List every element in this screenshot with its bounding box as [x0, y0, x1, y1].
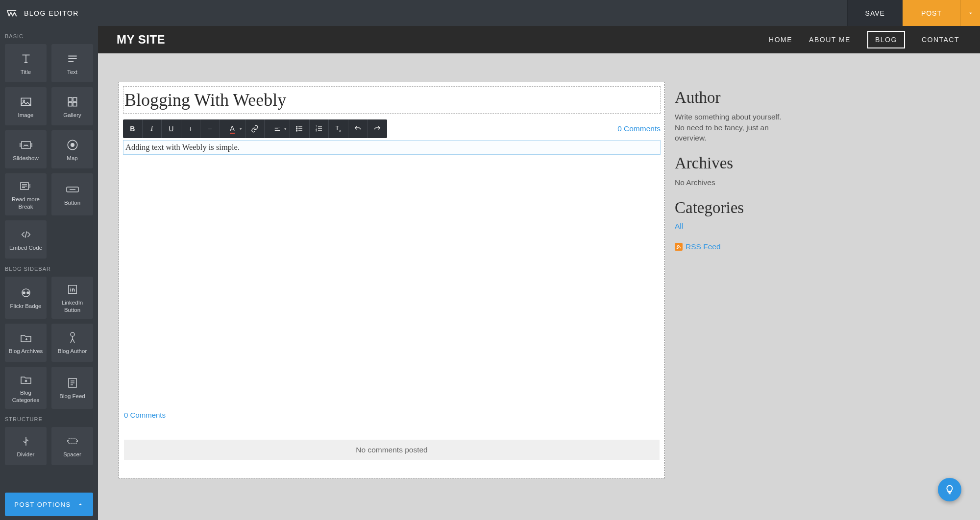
tile-blog-author[interactable]: Blog Author: [51, 324, 93, 362]
chevron-down-icon: [967, 10, 974, 17]
tile-title[interactable]: Title: [5, 44, 47, 82]
svg-rect-2: [68, 97, 72, 101]
blog-post-area[interactable]: Blogging With Weebly B I U + − A▾ ▾: [119, 82, 665, 478]
tile-button[interactable]: Button: [51, 173, 93, 215]
svg-point-24: [677, 248, 678, 249]
tile-embed-code[interactable]: Embed Code: [5, 220, 47, 259]
svg-rect-3: [73, 97, 77, 101]
read-more-icon: [19, 179, 33, 193]
svg-rect-4: [68, 102, 72, 106]
spacer-icon: [66, 434, 79, 448]
comments-count-top[interactable]: 0 Comments: [617, 124, 661, 133]
nav-home[interactable]: HOME: [769, 32, 792, 47]
site-header: MY SITE HOME ABOUT ME BLOG CONTACT: [98, 26, 980, 53]
no-comments-banner: No comments posted: [124, 440, 660, 460]
text-icon: [66, 52, 79, 66]
bullet-list-button[interactable]: [290, 119, 310, 138]
categories-heading: Categories: [675, 199, 785, 217]
topbar-right: SAVE POST: [847, 0, 980, 26]
slideshow-icon: [19, 138, 33, 152]
linkedin-icon: [67, 283, 78, 296]
tile-image[interactable]: Image: [5, 87, 47, 125]
author-icon: [67, 331, 78, 345]
post-options-button[interactable]: POST OPTIONS: [5, 493, 93, 516]
archives-text: No Archives: [675, 177, 785, 188]
rss-feed-link[interactable]: RSS Feed: [686, 242, 721, 251]
decrease-size-button[interactable]: −: [200, 119, 220, 138]
feed-icon: [67, 376, 78, 390]
svg-point-12: [23, 292, 25, 294]
weebly-logo-icon: [6, 8, 17, 19]
svg-rect-17: [69, 439, 76, 444]
italic-button[interactable]: I: [143, 119, 162, 138]
underline-button[interactable]: U: [162, 119, 181, 138]
tile-spacer[interactable]: Spacer: [51, 427, 93, 465]
tile-flickr-badge[interactable]: Flickr Badge: [5, 277, 47, 319]
tile-blog-feed[interactable]: Blog Feed: [51, 367, 93, 409]
category-all-link[interactable]: All: [675, 222, 785, 231]
author-description[interactable]: Write something about yourself. No need …: [675, 112, 785, 143]
title-icon: [20, 52, 32, 66]
post-button[interactable]: POST: [903, 0, 960, 26]
save-button[interactable]: SAVE: [847, 0, 903, 26]
tile-linkedin-button[interactable]: LinkedIn Button: [51, 277, 93, 319]
elements-sidebar: BASIC Title Text Image Gallery: [0, 26, 98, 520]
blog-sidebar-area: Author Write something about yourself. N…: [675, 82, 785, 478]
link-icon: [251, 125, 259, 133]
undo-button[interactable]: [348, 119, 368, 138]
svg-point-19: [296, 128, 297, 129]
number-list-button[interactable]: 123: [310, 119, 329, 138]
post-title-field[interactable]: Blogging With Weebly: [123, 86, 661, 114]
redo-icon: [373, 125, 381, 133]
increase-size-button[interactable]: +: [181, 119, 201, 138]
archives-heading: Archives: [675, 154, 785, 172]
nav-about-me[interactable]: ABOUT ME: [809, 32, 851, 47]
text-toolbar: B I U + − A▾ ▾ 123 Tx: [123, 119, 387, 138]
tile-map[interactable]: Map: [51, 130, 93, 168]
tile-slideshow[interactable]: Slideshow: [5, 130, 47, 168]
topbar-left: BLOG EDITOR: [0, 8, 79, 19]
number-list-icon: 123: [315, 125, 323, 133]
tile-blog-archives[interactable]: Blog Archives: [5, 324, 47, 362]
svg-text:3: 3: [316, 130, 317, 133]
help-fab-button[interactable]: [938, 478, 961, 501]
redo-button[interactable]: [368, 119, 387, 138]
app-topbar: BLOG EDITOR SAVE POST: [0, 0, 980, 26]
archives-icon: [20, 331, 32, 345]
svg-point-15: [71, 332, 74, 336]
undo-icon: [354, 125, 362, 133]
tile-gallery[interactable]: Gallery: [51, 87, 93, 125]
align-icon: [274, 125, 281, 132]
svg-point-13: [27, 292, 29, 294]
gallery-icon: [66, 95, 79, 109]
link-button[interactable]: [245, 119, 265, 138]
text-color-button[interactable]: A▾: [220, 119, 245, 138]
editor-canvas: MY SITE HOME ABOUT ME BLOG CONTACT Blogg…: [98, 26, 980, 520]
section-label-structure: STRUCTURE: [5, 409, 93, 427]
svg-rect-6: [22, 142, 30, 148]
tile-text[interactable]: Text: [51, 44, 93, 82]
image-icon: [20, 95, 32, 109]
site-title[interactable]: MY SITE: [117, 33, 165, 47]
post-dropdown-button[interactable]: [960, 0, 980, 26]
svg-point-18: [296, 126, 297, 127]
bullet-list-icon: [295, 125, 303, 133]
align-button[interactable]: ▾: [265, 119, 290, 138]
tile-blog-categories[interactable]: Blog Categories: [5, 367, 47, 409]
tile-divider[interactable]: Divider: [5, 427, 47, 465]
nav-contact[interactable]: CONTACT: [922, 32, 959, 47]
nav-blog[interactable]: BLOG: [867, 31, 905, 48]
site-nav: HOME ABOUT ME BLOG CONTACT: [769, 31, 959, 48]
section-label-blog-sidebar: BLOG SIDEBAR: [5, 259, 93, 277]
bold-button[interactable]: B: [123, 119, 143, 138]
button-icon: [66, 183, 79, 196]
tile-read-more[interactable]: Read more Break: [5, 173, 47, 215]
comments-count-bottom[interactable]: 0 Comments: [124, 411, 166, 419]
clear-format-button[interactable]: Tx: [329, 119, 348, 138]
section-label-basic: BASIC: [5, 26, 93, 44]
rss-icon: [675, 243, 683, 251]
post-body-input[interactable]: Adding text with Weebly is simple.: [123, 140, 661, 155]
chevron-up-icon: [77, 501, 84, 508]
map-icon: [66, 138, 79, 152]
categories-icon: [20, 373, 32, 386]
